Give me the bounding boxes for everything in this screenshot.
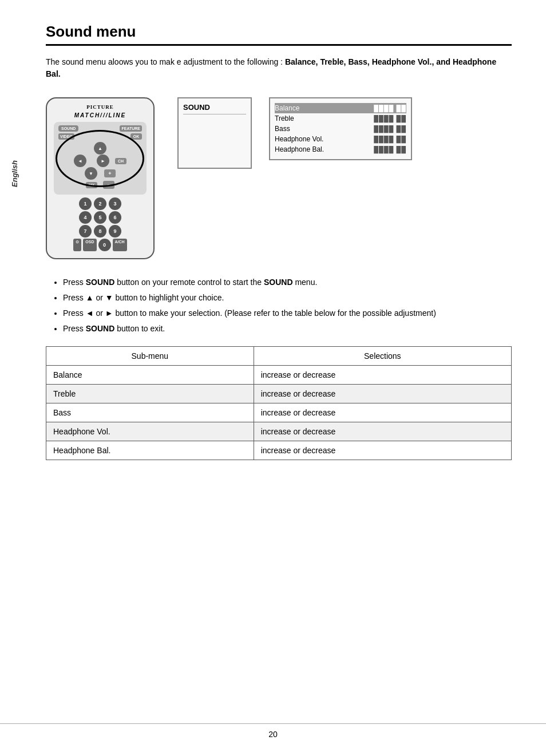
menu-bar-treble: ████ ██ — [374, 115, 406, 122]
menu-bar-headphone-vol: ████ ██ — [374, 136, 406, 143]
btn-9[interactable]: 9 — [109, 225, 121, 238]
menu-row-headphone-bal: Headphone Bal. ████ ██ — [275, 144, 406, 155]
menu-row-bass: Bass ████ ██ — [275, 124, 406, 134]
up-button[interactable]: ▲ — [94, 142, 106, 155]
sound-screen-mock: SOUND — [177, 97, 252, 169]
menu-row-balance: Balance ████ ██ — [275, 103, 406, 113]
btn-1[interactable]: 1 — [79, 197, 92, 210]
table-cell-selection: increase or decrease — [254, 403, 511, 422]
table-cell-selection: increase or decrease — [254, 422, 511, 441]
down-button[interactable]: ▼ — [85, 167, 97, 180]
col-header-submenu: Sub-menu — [46, 347, 254, 366]
btn-8[interactable]: 8 — [94, 225, 106, 238]
diagrams-section: PICTURE MATCH///LINE SOUND FEATURE VIDEO… — [46, 97, 512, 259]
sidebar-language-label: English — [10, 160, 19, 187]
instruction-4: Press SOUND button to exit. — [63, 323, 512, 335]
vol-up-button[interactable]: + — [104, 169, 116, 177]
table-cell-submenu: Headphone Vol. — [46, 422, 254, 441]
title-divider — [46, 44, 512, 46]
menu-bar-bass: ████ ██ — [374, 125, 406, 132]
instructions-list: Press SOUND button on your remote contro… — [46, 276, 512, 335]
screen-mock-content — [183, 118, 246, 163]
table-row: Headphone Vol.increase or decrease — [46, 422, 512, 441]
remote-row-video-ok: VIDEO OK — [58, 133, 142, 140]
dpad-row-mid: ◄ ► CH — [74, 155, 126, 167]
ch-button[interactable]: CH — [115, 158, 126, 164]
menu-label-headphone-bal: Headphone Bal. — [275, 145, 324, 153]
col-header-selections: Selections — [254, 347, 511, 366]
remote-body: PICTURE MATCH///LINE SOUND FEATURE VIDEO… — [46, 97, 155, 259]
menu-row-headphone-vol: Headphone Vol. ████ ██ — [275, 134, 406, 144]
num-row-3: 7 8 9 — [54, 225, 147, 238]
vol-down-button[interactable]: − — [103, 181, 114, 189]
numpad-section: 1 2 3 4 5 6 7 8 9 ⊙ OSD 0 — [54, 197, 147, 251]
table-row: Bassincrease or decrease — [46, 403, 512, 422]
screen-mock-title: SOUND — [183, 103, 246, 114]
remote-top-label: PICTURE — [54, 104, 147, 110]
table-cell-submenu: Bass — [46, 403, 254, 422]
table-row: Trebleincrease or decrease — [46, 385, 512, 403]
feature-button[interactable]: FEATURE — [120, 125, 142, 132]
page-title: Sound menu — [46, 23, 512, 41]
page-footer: 20 — [0, 723, 546, 739]
power-button[interactable]: ⊙ — [73, 239, 81, 251]
sound-button[interactable]: SOUND — [58, 125, 78, 132]
instruction-1: Press SOUND button on your remote contro… — [63, 276, 512, 288]
menu-bar-balance: ████ ██ — [374, 105, 406, 112]
btn-5[interactable]: 5 — [94, 211, 106, 224]
page-number: 20 — [268, 730, 278, 739]
table-cell-selection: increase or decrease — [254, 385, 511, 403]
selection-table: Sub-menu Selections Balanceincrease or d… — [46, 346, 512, 460]
remote-control-image: PICTURE MATCH///LINE SOUND FEATURE VIDEO… — [46, 97, 160, 259]
mute-button[interactable]: MX — [86, 182, 97, 188]
btn-4[interactable]: 4 — [79, 211, 92, 224]
menu-bar-headphone-bal: ████ ██ — [374, 146, 406, 153]
dpad-section: ▲ ◄ ► CH ▼ + MX − — [58, 142, 142, 189]
menu-label-headphone-vol: Headphone Vol. — [275, 135, 323, 143]
num-row-2: 4 5 6 — [54, 211, 147, 224]
remote-row-sound-feature: SOUND FEATURE — [58, 125, 142, 132]
btn-2[interactable]: 2 — [94, 197, 106, 210]
ach-button[interactable]: A/CH — [113, 239, 127, 251]
num-row-1: 1 2 3 — [54, 197, 147, 210]
btn-7[interactable]: 7 — [79, 225, 92, 238]
right-button[interactable]: ► — [97, 155, 109, 167]
table-header-row: Sub-menu Selections — [46, 347, 512, 366]
dpad-row-up: ▲ — [94, 142, 106, 155]
intro-paragraph: The sound menu aloows you to mak e adjus… — [46, 56, 512, 80]
remote-brand: MATCH///LINE — [54, 112, 147, 118]
instruction-3: Press ◄ or ► button to make your selecti… — [63, 307, 512, 319]
btn-0[interactable]: 0 — [98, 239, 111, 251]
menu-label-balance: Balance — [275, 104, 299, 112]
table-cell-selection: increase or decrease — [254, 366, 511, 385]
dpad-row-mx: MX − — [86, 181, 114, 189]
table-row: Headphone Bal.increase or decrease — [46, 441, 512, 460]
menu-label-treble: Treble — [275, 114, 294, 122]
table-row: Balanceincrease or decrease — [46, 366, 512, 385]
table-cell-submenu: Balance — [46, 366, 254, 385]
table-cell-submenu: Treble — [46, 385, 254, 403]
ok-button[interactable]: OK — [130, 133, 142, 140]
menu-label-bass: Bass — [275, 125, 290, 133]
dpad-row-down: ▼ + — [85, 167, 116, 180]
left-button[interactable]: ◄ — [74, 155, 86, 167]
osd-button[interactable]: OSD — [83, 239, 96, 251]
bottom-special-row: ⊙ OSD 0 A/CH — [54, 239, 147, 251]
remote-top-buttons: SOUND FEATURE VIDEO OK ▲ ◄ ► CH — [54, 122, 147, 195]
menu-display: Balance ████ ██ Treble ████ ██ Bass ████… — [269, 97, 412, 160]
menu-row-treble: Treble ████ ██ — [275, 113, 406, 124]
btn-3[interactable]: 3 — [109, 197, 121, 210]
video-button[interactable]: VIDEO — [58, 133, 74, 140]
table-body: Balanceincrease or decreaseTrebleincreas… — [46, 366, 512, 460]
btn-6[interactable]: 6 — [109, 211, 121, 224]
instruction-2: Press ▲ or ▼ button to highlight your ch… — [63, 292, 512, 304]
table-cell-submenu: Headphone Bal. — [46, 441, 254, 460]
table-cell-selection: increase or decrease — [254, 441, 511, 460]
